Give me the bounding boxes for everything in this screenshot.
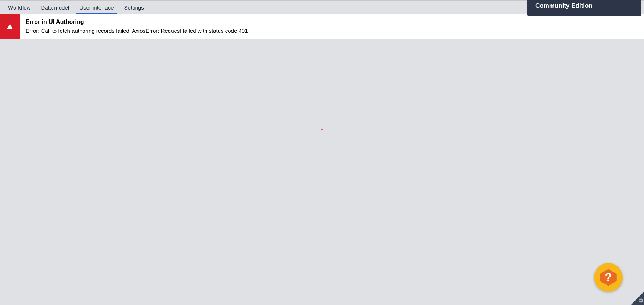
- error-icon-container: [0, 14, 20, 39]
- help-icon: ?: [599, 268, 618, 287]
- error-message: Error: Call to fetch authoring records f…: [26, 28, 638, 34]
- error-panel: Error in UI Authoring Error: Call to fet…: [0, 14, 644, 39]
- edition-banner-text: Community Edition: [535, 0, 593, 12]
- tab-data-model[interactable]: Data model: [36, 1, 74, 14]
- tab-label: Data model: [41, 4, 69, 11]
- corner-expand-button[interactable]: [631, 292, 644, 305]
- tab-label: User interface: [79, 4, 114, 11]
- loading-indicator: [321, 129, 323, 130]
- error-title: Error in UI Authoring: [26, 19, 638, 25]
- tab-label: Settings: [124, 4, 144, 11]
- tab-label: Workflow: [8, 4, 30, 11]
- help-button[interactable]: ?: [594, 263, 623, 292]
- tab-user-interface[interactable]: User interface: [74, 1, 119, 14]
- warning-icon: [6, 23, 14, 31]
- svg-text:?: ?: [605, 271, 612, 284]
- edition-banner: Community Edition: [527, 0, 641, 16]
- tab-workflow[interactable]: Workflow: [3, 1, 36, 14]
- canvas-area: [0, 39, 644, 303]
- error-text-container: Error in UI Authoring Error: Call to fet…: [20, 14, 644, 39]
- tab-settings[interactable]: Settings: [119, 1, 149, 14]
